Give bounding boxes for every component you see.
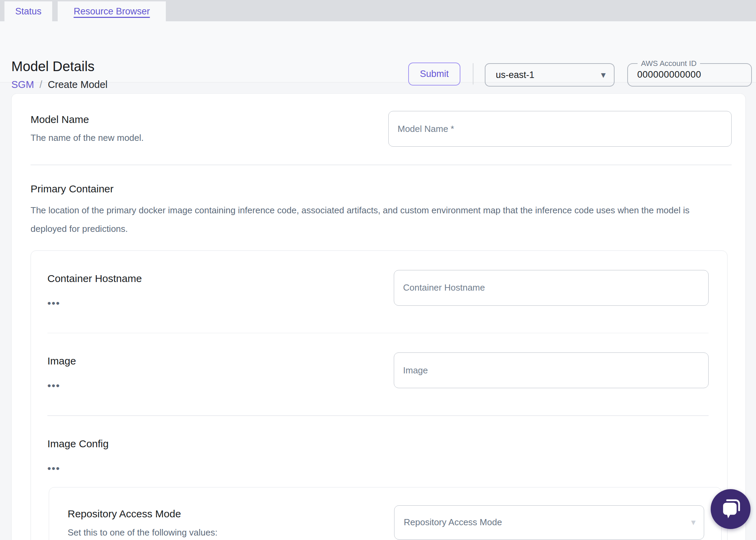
primary-container-heading: Primary Container — [31, 182, 726, 195]
repository-access-mode-row: Repository Access Mode Set this to one o… — [68, 507, 704, 540]
image-row: Image ••• — [31, 333, 727, 391]
expand-description-button[interactable]: ••• — [47, 465, 60, 472]
aws-account-id-label: AWS Account ID — [638, 59, 700, 68]
breadcrumb: SGM / Create Model — [11, 78, 107, 91]
expand-description-button[interactable]: ••• — [47, 383, 60, 389]
container-hostname-heading: Container Hostname — [47, 272, 373, 285]
aws-account-id-field[interactable]: AWS Account ID 000000000000 — [627, 59, 752, 87]
expand-description-button[interactable]: ••• — [47, 300, 60, 306]
chevron-down-icon: ▾ — [601, 69, 606, 80]
model-name-input[interactable] — [388, 111, 732, 147]
region-select[interactable]: us-east-1 ▾ — [485, 63, 615, 87]
page-title: Model Details — [11, 58, 94, 75]
repository-access-mode-select-placeholder: Repository Access Mode — [404, 517, 691, 528]
header-divider — [473, 63, 473, 85]
tab-status[interactable]: Status — [4, 1, 52, 21]
image-config-row: Image Config ••• — [31, 416, 727, 473]
container-hostname-input[interactable] — [394, 270, 709, 306]
chevron-down-icon: ▾ — [691, 517, 696, 528]
primary-container-section: Primary Container The location of the pr… — [12, 165, 745, 238]
chat-launcher-button[interactable] — [711, 489, 751, 529]
model-name-description: The name of the new model. — [31, 131, 368, 145]
container-hostname-row: Container Hostname ••• — [31, 251, 727, 308]
repository-access-mode-heading: Repository Access Mode — [68, 507, 374, 520]
model-details-card: Model Name The name of the new model. Pr… — [11, 93, 746, 540]
tab-resource-browser[interactable]: Resource Browser — [58, 1, 166, 21]
image-heading: Image — [47, 355, 373, 368]
submit-button[interactable]: Submit — [408, 63, 460, 86]
tab-status-label: Status — [15, 6, 42, 17]
repository-access-mode-select[interactable]: Repository Access Mode ▾ — [394, 505, 704, 540]
breadcrumb-current: Create Model — [48, 78, 107, 91]
tab-resource-browser-label: Resource Browser — [73, 6, 150, 17]
aws-account-id-value[interactable]: 000000000000 — [628, 68, 751, 80]
tab-bar: Status Resource Browser — [0, 0, 756, 21]
image-input[interactable] — [394, 352, 709, 388]
model-name-heading: Model Name — [31, 113, 368, 126]
primary-container-card: Container Hostname ••• Image ••• Image C… — [31, 250, 728, 540]
region-select-value: us-east-1 — [496, 70, 601, 80]
image-config-heading: Image Config — [47, 437, 688, 450]
chat-bubble-icon — [719, 497, 743, 522]
image-config-card: Repository Access Mode Set this to one o… — [49, 487, 722, 540]
primary-container-description: The location of the primary docker image… — [31, 201, 726, 238]
breadcrumb-separator: / — [39, 78, 42, 91]
breadcrumb-link-sgm[interactable]: SGM — [11, 78, 34, 91]
page-header: Model Details SGM / Create Model Submit … — [0, 21, 756, 82]
repository-access-mode-description: Set this to one of the following values: — [68, 527, 374, 538]
model-name-row: Model Name The name of the new model. — [12, 94, 745, 147]
